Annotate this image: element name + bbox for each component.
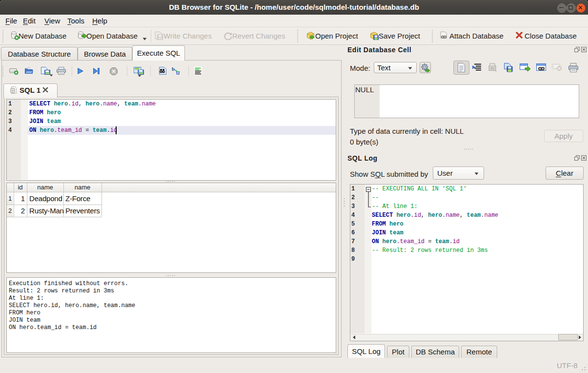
svg-text:a: a — [176, 68, 180, 75]
svg-text:b: b — [172, 66, 175, 72]
